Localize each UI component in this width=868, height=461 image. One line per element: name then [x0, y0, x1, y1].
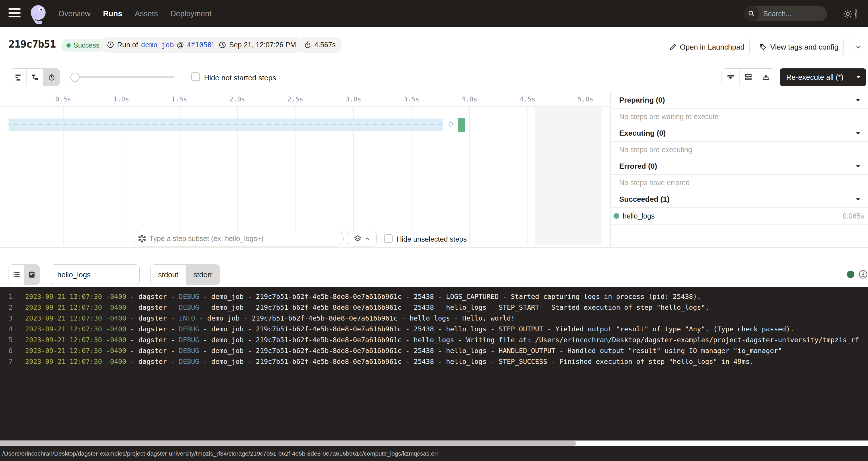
pencil-icon: [669, 43, 677, 51]
log-line: 2023-09-21 12:07:30 -0400 - dagster - IN…: [25, 313, 515, 324]
expand-top-panel-icon[interactable]: [757, 69, 775, 86]
view-mode-waterfall-icon[interactable]: [27, 69, 43, 86]
axis-tick-label: 3.5s: [399, 95, 424, 103]
gantt-zoom-slider-track[interactable]: [70, 76, 175, 78]
panel-section-header[interactable]: Preparing (0): [611, 92, 868, 109]
axis-tick-label: 4.5s: [515, 95, 540, 103]
panel-step-row[interactable]: hello_logs0.065s: [611, 208, 868, 224]
raw-log-output[interactable]: 1234567 2023-09-21 12:07:30 -0400 - dags…: [0, 287, 868, 440]
chevron-down-icon: [855, 97, 861, 103]
tag-icon: [759, 43, 767, 51]
log-tab-stdout[interactable]: stdout: [151, 265, 186, 285]
view-tags-config-button[interactable]: View tags and config: [754, 39, 844, 55]
gantt-step-bar-hello_logs[interactable]: [458, 118, 465, 132]
raw-log-view-icon[interactable]: [24, 265, 40, 285]
log-filter-input[interactable]: [51, 265, 140, 285]
layers-icon: [354, 235, 362, 243]
nav-link-overview[interactable]: Overview: [58, 9, 91, 18]
log-line-number: 7: [1, 356, 12, 367]
nav-link-assets[interactable]: Assets: [135, 9, 158, 18]
steps-status-panel: Preparing (0)No steps are waiting to exe…: [611, 92, 868, 247]
log-line-number-gutter: 1234567: [0, 287, 16, 440]
nav-link-runs[interactable]: Runs: [103, 9, 123, 18]
log-line-number: 2: [1, 302, 12, 313]
history-icon: [106, 41, 114, 49]
open-in-launchpad-label: Open in Launchpad: [680, 43, 745, 52]
axis-tick-label: 2.0s: [224, 95, 250, 103]
dependency-dotted-line: [8, 124, 445, 125]
run-id-title: 219c7b51: [8, 38, 56, 50]
run-of-pill: Run of demo_job @ 4f105077: [100, 37, 226, 53]
panel-section-header[interactable]: Succeeded (1): [611, 191, 868, 208]
gridline: [527, 107, 528, 245]
panel-layout-group: [721, 68, 775, 86]
section-title: Succeeded (1): [619, 195, 670, 204]
job-name-link[interactable]: demo_job: [141, 41, 174, 49]
download-log-icon[interactable]: [858, 270, 868, 279]
reexecute-all-button[interactable]: Re-execute all (*): [780, 68, 866, 86]
panel-empty-message: No steps are executing: [611, 142, 868, 158]
reexecute-all-label: Re-execute all (*): [780, 73, 850, 82]
global-search[interactable]: /: [744, 6, 827, 21]
axis-tick-label: 2.5s: [282, 95, 308, 103]
view-mode-timed-icon[interactable]: [43, 69, 60, 86]
axis-tick-label: 1.5s: [166, 95, 192, 103]
chevron-down-icon: [855, 196, 861, 203]
dagster-logo-icon[interactable]: [28, 3, 49, 25]
structured-log-view-icon[interactable]: [9, 265, 24, 285]
settings-gear-icon[interactable]: [841, 7, 854, 21]
open-in-launchpad-button[interactable]: Open in Launchpad: [664, 39, 750, 55]
log-line-number: 6: [1, 345, 12, 356]
gantt-zoom-slider-thumb[interactable]: [70, 73, 80, 82]
step-duration: 0.065s: [843, 212, 864, 220]
hide-not-started-checkbox[interactable]: [191, 72, 200, 81]
reexecute-caret-icon[interactable]: [850, 74, 866, 80]
gridline: [469, 107, 470, 245]
log-view-mode-group: [8, 265, 40, 285]
status-dot-icon: [66, 43, 71, 48]
header-more-actions-button[interactable]: [850, 39, 866, 55]
log-line: 2023-09-21 12:07:30 -0400 - dagster - DE…: [25, 345, 782, 356]
log-line: 2023-09-21 12:07:30 -0400 - dagster - DE…: [25, 356, 754, 367]
chevron-down-icon: [855, 43, 862, 51]
dagster-run-page: OverviewRunsAssetsDeployment / 219c7b51 …: [0, 0, 868, 461]
scrollbar-thumb[interactable]: [0, 441, 576, 445]
panel-empty-message: No steps are waiting to execute: [611, 109, 868, 125]
status-label: Success: [73, 41, 99, 49]
view-tags-config-label: View tags and config: [770, 43, 838, 52]
log-horizontal-scrollbar: [0, 440, 868, 446]
search-input[interactable]: [759, 10, 855, 18]
log-line: 2023-09-21 12:07:30 -0400 - dagster - DE…: [25, 324, 794, 335]
panel-section-header[interactable]: Executing (0): [611, 125, 868, 142]
hide-unselected-checkbox[interactable]: [384, 234, 393, 243]
gantt-chart: 0.5s1.0s1.5s2.0s2.5s3.0s3.5s4.0s4.5s5.0s: [0, 92, 610, 247]
start-time-label: Sep 21, 12:07:26 PM: [229, 41, 296, 49]
post-run-region: [535, 107, 601, 245]
log-tab-stderr[interactable]: stderr: [186, 265, 220, 285]
search-icon: [744, 6, 759, 21]
step-name: hello_logs: [623, 212, 839, 220]
log-line-number: 1: [1, 291, 12, 302]
section-divider: [0, 247, 868, 248]
nav-links: OverviewRunsAssetsDeployment: [58, 0, 212, 27]
split-panels-icon[interactable]: [740, 69, 757, 86]
at-separator: @: [177, 41, 184, 49]
hamburger-menu-icon[interactable]: [8, 8, 21, 19]
step-status-dot: [614, 213, 619, 219]
log-line-number: 4: [1, 324, 12, 335]
nav-link-deployment[interactable]: Deployment: [170, 9, 212, 18]
axis-tick-label: 4.0s: [457, 95, 482, 103]
log-line-number: 3: [1, 313, 12, 324]
step-subset-filter: [133, 231, 344, 246]
view-mode-flat-icon[interactable]: [10, 69, 27, 86]
axis-tick-label: 5.0s: [573, 95, 598, 103]
panel-empty-message: No steps have errored: [611, 175, 868, 191]
op-selector-icon: [138, 235, 146, 243]
clock-icon: [219, 41, 226, 49]
graph-query-toggle-button[interactable]: [347, 231, 377, 246]
chevron-down-icon: [855, 163, 861, 170]
run-of-label: Run of: [117, 41, 138, 49]
step-subset-input[interactable]: [149, 235, 338, 243]
panel-section-header[interactable]: Errored (0): [611, 158, 868, 175]
expand-bottom-panel-icon[interactable]: [722, 69, 740, 86]
